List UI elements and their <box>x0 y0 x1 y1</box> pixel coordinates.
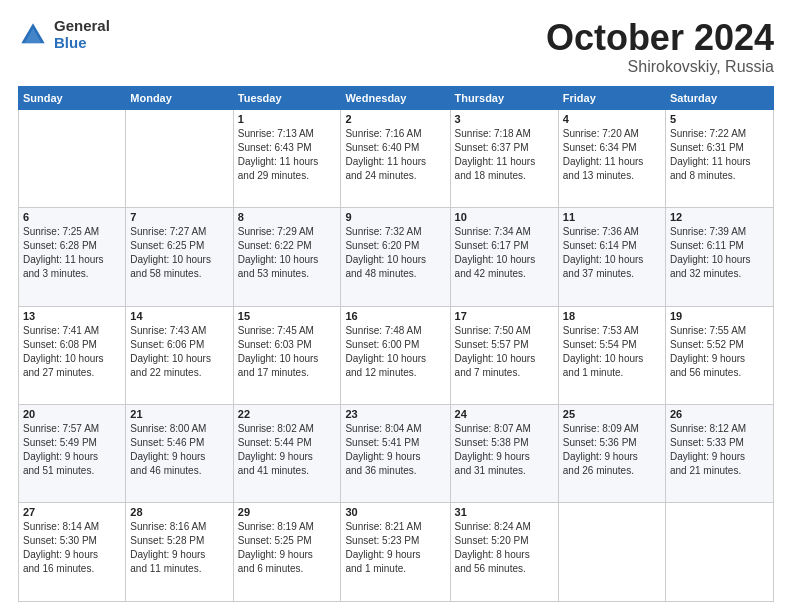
day-number: 26 <box>670 408 769 420</box>
day-info: Sunrise: 8:07 AM Sunset: 5:38 PM Dayligh… <box>455 422 554 478</box>
header: General Blue October 2024 Shirokovskiy, … <box>18 18 774 76</box>
col-saturday: Saturday <box>666 86 774 109</box>
day-number: 6 <box>23 211 121 223</box>
calendar-cell: 1Sunrise: 7:13 AM Sunset: 6:43 PM Daylig… <box>233 109 341 207</box>
calendar-week-3: 13Sunrise: 7:41 AM Sunset: 6:08 PM Dayli… <box>19 306 774 404</box>
col-wednesday: Wednesday <box>341 86 450 109</box>
title-block: October 2024 Shirokovskiy, Russia <box>546 18 774 76</box>
day-info: Sunrise: 7:20 AM Sunset: 6:34 PM Dayligh… <box>563 127 661 183</box>
col-thursday: Thursday <box>450 86 558 109</box>
day-info: Sunrise: 7:13 AM Sunset: 6:43 PM Dayligh… <box>238 127 337 183</box>
day-number: 10 <box>455 211 554 223</box>
day-number: 24 <box>455 408 554 420</box>
day-info: Sunrise: 8:14 AM Sunset: 5:30 PM Dayligh… <box>23 520 121 576</box>
day-number: 23 <box>345 408 445 420</box>
day-number: 14 <box>130 310 228 322</box>
day-info: Sunrise: 8:00 AM Sunset: 5:46 PM Dayligh… <box>130 422 228 478</box>
logo-general-text: General <box>54 18 110 35</box>
calendar-cell: 30Sunrise: 8:21 AM Sunset: 5:23 PM Dayli… <box>341 503 450 602</box>
calendar-table: Sunday Monday Tuesday Wednesday Thursday… <box>18 86 774 602</box>
calendar-cell <box>666 503 774 602</box>
day-number: 21 <box>130 408 228 420</box>
day-number: 20 <box>23 408 121 420</box>
col-friday: Friday <box>558 86 665 109</box>
day-number: 25 <box>563 408 661 420</box>
day-info: Sunrise: 7:27 AM Sunset: 6:25 PM Dayligh… <box>130 225 228 281</box>
calendar-cell: 3Sunrise: 7:18 AM Sunset: 6:37 PM Daylig… <box>450 109 558 207</box>
calendar-cell: 18Sunrise: 7:53 AM Sunset: 5:54 PM Dayli… <box>558 306 665 404</box>
calendar-cell: 19Sunrise: 7:55 AM Sunset: 5:52 PM Dayli… <box>666 306 774 404</box>
day-info: Sunrise: 8:04 AM Sunset: 5:41 PM Dayligh… <box>345 422 445 478</box>
day-number: 17 <box>455 310 554 322</box>
day-info: Sunrise: 7:32 AM Sunset: 6:20 PM Dayligh… <box>345 225 445 281</box>
calendar-cell: 29Sunrise: 8:19 AM Sunset: 5:25 PM Dayli… <box>233 503 341 602</box>
day-number: 1 <box>238 113 337 125</box>
day-info: Sunrise: 7:41 AM Sunset: 6:08 PM Dayligh… <box>23 324 121 380</box>
day-number: 13 <box>23 310 121 322</box>
day-info: Sunrise: 7:18 AM Sunset: 6:37 PM Dayligh… <box>455 127 554 183</box>
logo-blue-text: Blue <box>54 35 110 52</box>
day-number: 4 <box>563 113 661 125</box>
calendar-cell <box>126 109 233 207</box>
calendar-cell: 4Sunrise: 7:20 AM Sunset: 6:34 PM Daylig… <box>558 109 665 207</box>
day-info: Sunrise: 7:50 AM Sunset: 5:57 PM Dayligh… <box>455 324 554 380</box>
calendar-cell <box>558 503 665 602</box>
calendar-cell: 5Sunrise: 7:22 AM Sunset: 6:31 PM Daylig… <box>666 109 774 207</box>
day-number: 12 <box>670 211 769 223</box>
day-number: 27 <box>23 506 121 518</box>
calendar-week-4: 20Sunrise: 7:57 AM Sunset: 5:49 PM Dayli… <box>19 405 774 503</box>
calendar-cell: 9Sunrise: 7:32 AM Sunset: 6:20 PM Daylig… <box>341 208 450 306</box>
col-tuesday: Tuesday <box>233 86 341 109</box>
day-number: 9 <box>345 211 445 223</box>
calendar-cell: 20Sunrise: 7:57 AM Sunset: 5:49 PM Dayli… <box>19 405 126 503</box>
col-monday: Monday <box>126 86 233 109</box>
calendar-cell <box>19 109 126 207</box>
day-info: Sunrise: 8:19 AM Sunset: 5:25 PM Dayligh… <box>238 520 337 576</box>
day-info: Sunrise: 7:45 AM Sunset: 6:03 PM Dayligh… <box>238 324 337 380</box>
day-number: 8 <box>238 211 337 223</box>
title-location: Shirokovskiy, Russia <box>546 58 774 76</box>
calendar-cell: 8Sunrise: 7:29 AM Sunset: 6:22 PM Daylig… <box>233 208 341 306</box>
page: General Blue October 2024 Shirokovskiy, … <box>0 0 792 612</box>
calendar-cell: 28Sunrise: 8:16 AM Sunset: 5:28 PM Dayli… <box>126 503 233 602</box>
calendar-cell: 7Sunrise: 7:27 AM Sunset: 6:25 PM Daylig… <box>126 208 233 306</box>
calendar-cell: 14Sunrise: 7:43 AM Sunset: 6:06 PM Dayli… <box>126 306 233 404</box>
col-sunday: Sunday <box>19 86 126 109</box>
day-number: 18 <box>563 310 661 322</box>
calendar-cell: 15Sunrise: 7:45 AM Sunset: 6:03 PM Dayli… <box>233 306 341 404</box>
calendar-cell: 6Sunrise: 7:25 AM Sunset: 6:28 PM Daylig… <box>19 208 126 306</box>
calendar-cell: 22Sunrise: 8:02 AM Sunset: 5:44 PM Dayli… <box>233 405 341 503</box>
calendar-header-row: Sunday Monday Tuesday Wednesday Thursday… <box>19 86 774 109</box>
calendar-week-2: 6Sunrise: 7:25 AM Sunset: 6:28 PM Daylig… <box>19 208 774 306</box>
logo: General Blue <box>18 18 110 51</box>
day-info: Sunrise: 7:39 AM Sunset: 6:11 PM Dayligh… <box>670 225 769 281</box>
day-info: Sunrise: 7:22 AM Sunset: 6:31 PM Dayligh… <box>670 127 769 183</box>
calendar-cell: 21Sunrise: 8:00 AM Sunset: 5:46 PM Dayli… <box>126 405 233 503</box>
day-info: Sunrise: 7:34 AM Sunset: 6:17 PM Dayligh… <box>455 225 554 281</box>
day-number: 19 <box>670 310 769 322</box>
calendar-cell: 10Sunrise: 7:34 AM Sunset: 6:17 PM Dayli… <box>450 208 558 306</box>
day-number: 7 <box>130 211 228 223</box>
day-number: 3 <box>455 113 554 125</box>
calendar-cell: 13Sunrise: 7:41 AM Sunset: 6:08 PM Dayli… <box>19 306 126 404</box>
calendar-cell: 16Sunrise: 7:48 AM Sunset: 6:00 PM Dayli… <box>341 306 450 404</box>
day-info: Sunrise: 8:12 AM Sunset: 5:33 PM Dayligh… <box>670 422 769 478</box>
calendar-cell: 12Sunrise: 7:39 AM Sunset: 6:11 PM Dayli… <box>666 208 774 306</box>
calendar-cell: 17Sunrise: 7:50 AM Sunset: 5:57 PM Dayli… <box>450 306 558 404</box>
logo-text: General Blue <box>54 18 110 51</box>
calendar-cell: 25Sunrise: 8:09 AM Sunset: 5:36 PM Dayli… <box>558 405 665 503</box>
calendar-cell: 11Sunrise: 7:36 AM Sunset: 6:14 PM Dayli… <box>558 208 665 306</box>
day-info: Sunrise: 7:36 AM Sunset: 6:14 PM Dayligh… <box>563 225 661 281</box>
day-number: 29 <box>238 506 337 518</box>
day-info: Sunrise: 8:24 AM Sunset: 5:20 PM Dayligh… <box>455 520 554 576</box>
day-info: Sunrise: 7:16 AM Sunset: 6:40 PM Dayligh… <box>345 127 445 183</box>
day-number: 5 <box>670 113 769 125</box>
day-info: Sunrise: 7:43 AM Sunset: 6:06 PM Dayligh… <box>130 324 228 380</box>
logo-icon <box>18 20 48 50</box>
day-info: Sunrise: 7:48 AM Sunset: 6:00 PM Dayligh… <box>345 324 445 380</box>
day-info: Sunrise: 8:02 AM Sunset: 5:44 PM Dayligh… <box>238 422 337 478</box>
calendar-cell: 2Sunrise: 7:16 AM Sunset: 6:40 PM Daylig… <box>341 109 450 207</box>
day-number: 11 <box>563 211 661 223</box>
day-info: Sunrise: 7:25 AM Sunset: 6:28 PM Dayligh… <box>23 225 121 281</box>
day-number: 22 <box>238 408 337 420</box>
